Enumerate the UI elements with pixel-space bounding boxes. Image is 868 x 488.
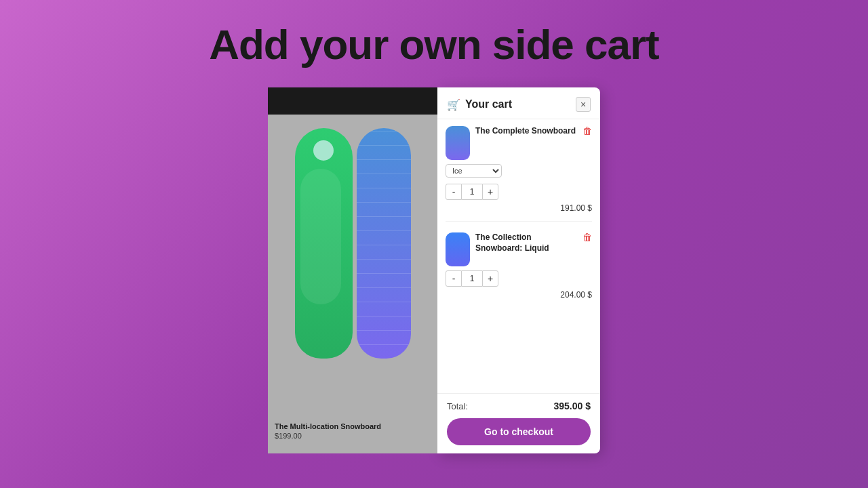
cart-title-group: 🛒 Your cart — [447, 98, 512, 111]
qty-controls-2: - 1 + — [446, 270, 498, 287]
item-delete-button-1[interactable]: 🗑 — [583, 126, 592, 136]
snowboard-pattern — [357, 128, 411, 359]
qty-controls-1: - 1 + — [446, 184, 498, 200]
qty-increase-button-1[interactable]: + — [482, 184, 498, 200]
checkout-button[interactable]: Go to checkout — [447, 418, 591, 445]
item-info-2: The Collection Snowboard: Liquid — [475, 232, 577, 253]
qty-decrease-button-2[interactable]: - — [446, 270, 462, 287]
cart-total-row: Total: 395.00 $ — [447, 401, 591, 411]
product-name: The Multi-location Snowboard — [275, 422, 381, 430]
cart-item-top: The Complete Snowboard 🗑 — [446, 126, 592, 160]
item-variant-select-1[interactable]: Ice Powder Storm — [446, 164, 502, 178]
item-delete-button-2[interactable]: 🗑 — [583, 232, 592, 242]
cart-icon: 🛒 — [447, 98, 460, 111]
item-qty-row-1: - 1 + — [446, 184, 592, 200]
cart-item: The Complete Snowboard 🗑 Ice Powder Stor… — [446, 126, 592, 222]
product-info: The Multi-location Snowboard $199.00 — [275, 422, 381, 440]
cart-item-top-2: The Collection Snowboard: Liquid 🗑 — [446, 232, 592, 266]
main-area: The Multi-location Snowboard $199.00 🛒 Y… — [268, 87, 600, 453]
cart-items: The Complete Snowboard 🗑 Ice Powder Stor… — [437, 119, 600, 393]
item-name-2: The Collection Snowboard: Liquid — [475, 232, 577, 253]
thumb-board-visual-2 — [446, 232, 470, 266]
item-thumbnail-1 — [446, 126, 470, 160]
item-price-2: 204.00 $ — [446, 290, 592, 300]
item-qty-row-2: - 1 + — [446, 270, 592, 287]
item-info-1: The Complete Snowboard — [475, 126, 577, 137]
item-price-1: 191.00 $ — [446, 203, 592, 213]
page-title: Add your own side cart — [209, 20, 659, 68]
cart-footer: Total: 395.00 $ Go to checkout — [437, 393, 600, 453]
thumb-board-visual-1 — [446, 126, 470, 160]
cart-title: Your cart — [465, 98, 512, 110]
snowboard-green — [295, 128, 353, 359]
cart-close-button[interactable]: × — [576, 97, 591, 112]
cart-item-2: The Collection Snowboard: Liquid 🗑 - 1 +… — [446, 232, 592, 308]
item-name-1: The Complete Snowboard — [475, 126, 577, 137]
qty-display-1: 1 — [462, 184, 482, 200]
cart-header: 🛒 Your cart × — [437, 87, 600, 119]
total-label: Total: — [447, 401, 468, 411]
shop-panel: The Multi-location Snowboard $199.00 — [268, 87, 437, 453]
qty-increase-button-2[interactable]: + — [482, 270, 498, 287]
product-price: $199.00 — [275, 432, 381, 440]
item-thumbnail-2 — [446, 232, 470, 266]
qty-display-2: 1 — [462, 270, 482, 287]
total-amount: 395.00 $ — [554, 401, 591, 411]
shop-content — [268, 115, 437, 365]
cart-panel: 🛒 Your cart × The Complete Snowboard 🗑 — [437, 87, 600, 453]
qty-decrease-button-1[interactable]: - — [446, 184, 462, 200]
shop-top-bar — [268, 87, 437, 115]
